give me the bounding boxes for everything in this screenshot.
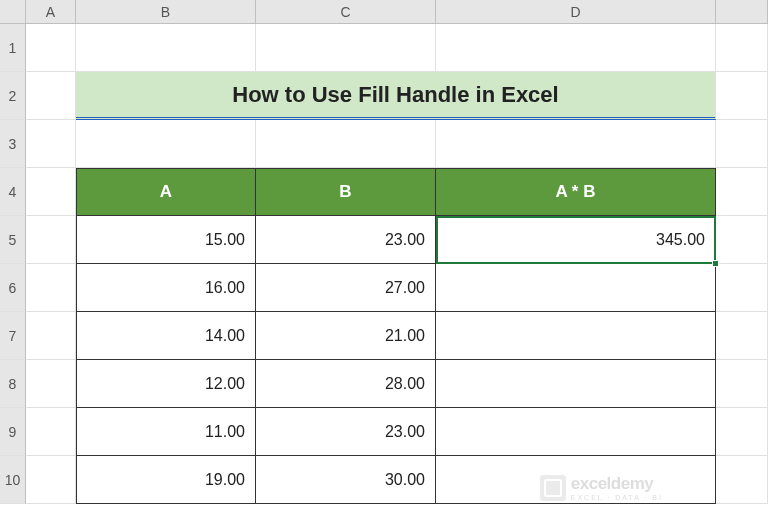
row-header-9[interactable]: 9 bbox=[0, 408, 26, 456]
cell-e5[interactable] bbox=[716, 216, 768, 264]
cell-d7[interactable] bbox=[436, 312, 716, 360]
cell-a10[interactable] bbox=[26, 456, 76, 504]
cell-c8[interactable]: 28.00 bbox=[256, 360, 436, 408]
cell-e1[interactable] bbox=[716, 24, 768, 72]
cell-a9[interactable] bbox=[26, 408, 76, 456]
cell-a3[interactable] bbox=[26, 120, 76, 168]
cell-b1[interactable] bbox=[76, 24, 256, 72]
col-header-b[interactable]: B bbox=[76, 0, 256, 24]
table-header-b[interactable]: B bbox=[256, 168, 436, 216]
cell-d3[interactable] bbox=[436, 120, 716, 168]
cell-a5[interactable] bbox=[26, 216, 76, 264]
table-header-a[interactable]: A bbox=[76, 168, 256, 216]
title-cell[interactable]: How to Use Fill Handle in Excel bbox=[76, 72, 716, 120]
cell-a1[interactable] bbox=[26, 24, 76, 72]
watermark-sub: EXCEL · DATA · BI bbox=[571, 494, 663, 501]
cell-b6[interactable]: 16.00 bbox=[76, 264, 256, 312]
cell-b9[interactable]: 11.00 bbox=[76, 408, 256, 456]
cell-e8[interactable] bbox=[716, 360, 768, 408]
select-all-corner[interactable] bbox=[0, 0, 26, 24]
col-header-d[interactable]: D bbox=[436, 0, 716, 24]
col-header-a[interactable]: A bbox=[26, 0, 76, 24]
spreadsheet-grid: A B C D 1 2 How to Use Fill Handle in Ex… bbox=[0, 0, 768, 504]
cell-c1[interactable] bbox=[256, 24, 436, 72]
cell-e10[interactable] bbox=[716, 456, 768, 504]
watermark-main: exceldemy bbox=[571, 474, 663, 494]
watermark: exceldemy EXCEL · DATA · BI bbox=[540, 474, 663, 501]
cell-a7[interactable] bbox=[26, 312, 76, 360]
cell-d6[interactable] bbox=[436, 264, 716, 312]
cell-a4[interactable] bbox=[26, 168, 76, 216]
fill-handle[interactable] bbox=[712, 260, 719, 267]
cell-d8[interactable] bbox=[436, 360, 716, 408]
row-header-5[interactable]: 5 bbox=[0, 216, 26, 264]
row-header-3[interactable]: 3 bbox=[0, 120, 26, 168]
row-header-6[interactable]: 6 bbox=[0, 264, 26, 312]
cell-e6[interactable] bbox=[716, 264, 768, 312]
cell-e9[interactable] bbox=[716, 408, 768, 456]
cell-e3[interactable] bbox=[716, 120, 768, 168]
cell-d1[interactable] bbox=[436, 24, 716, 72]
row-header-10[interactable]: 10 bbox=[0, 456, 26, 504]
cell-c10[interactable]: 30.00 bbox=[256, 456, 436, 504]
row-header-4[interactable]: 4 bbox=[0, 168, 26, 216]
cell-value: 345.00 bbox=[656, 231, 705, 249]
watermark-text: exceldemy EXCEL · DATA · BI bbox=[571, 474, 663, 501]
cell-d9[interactable] bbox=[436, 408, 716, 456]
cell-b5[interactable]: 15.00 bbox=[76, 216, 256, 264]
cell-a2[interactable] bbox=[26, 72, 76, 120]
cell-d5-selected[interactable]: 345.00 bbox=[436, 216, 716, 264]
cell-b7[interactable]: 14.00 bbox=[76, 312, 256, 360]
cell-c6[interactable]: 27.00 bbox=[256, 264, 436, 312]
cell-e7[interactable] bbox=[716, 312, 768, 360]
row-header-8[interactable]: 8 bbox=[0, 360, 26, 408]
cell-c3[interactable] bbox=[256, 120, 436, 168]
cell-b3[interactable] bbox=[76, 120, 256, 168]
row-header-7[interactable]: 7 bbox=[0, 312, 26, 360]
cell-e4[interactable] bbox=[716, 168, 768, 216]
col-header-end bbox=[716, 0, 768, 24]
col-header-c[interactable]: C bbox=[256, 0, 436, 24]
cell-c9[interactable]: 23.00 bbox=[256, 408, 436, 456]
cell-c7[interactable]: 21.00 bbox=[256, 312, 436, 360]
cell-c5[interactable]: 23.00 bbox=[256, 216, 436, 264]
row-header-2[interactable]: 2 bbox=[0, 72, 26, 120]
table-header-ab[interactable]: A * B bbox=[436, 168, 716, 216]
cell-b8[interactable]: 12.00 bbox=[76, 360, 256, 408]
cell-a6[interactable] bbox=[26, 264, 76, 312]
cell-a8[interactable] bbox=[26, 360, 76, 408]
cell-b10[interactable]: 19.00 bbox=[76, 456, 256, 504]
watermark-icon bbox=[540, 475, 566, 501]
cell-e2[interactable] bbox=[716, 72, 768, 120]
row-header-1[interactable]: 1 bbox=[0, 24, 26, 72]
